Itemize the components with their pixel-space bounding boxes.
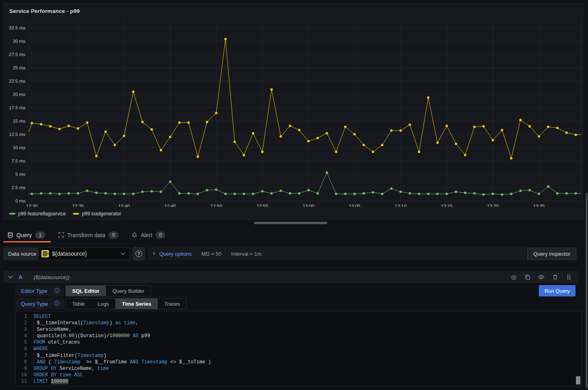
- datasource-row: Data source ${datasource} ? › Query opti…: [3, 247, 578, 260]
- datasource-value: ${datasource}: [52, 250, 117, 257]
- svg-text:13:05: 13:05: [349, 204, 361, 207]
- tab-query-count: 1: [35, 231, 45, 239]
- trash-icon[interactable]: [550, 272, 560, 282]
- code-line-8: 8 AND ( Timestamp >= $__fromTime AND Tim…: [16, 359, 581, 365]
- transform-icon: [58, 232, 64, 238]
- horizontal-scrollbar[interactable]: [254, 222, 327, 224]
- svg-text:20 ms: 20 ms: [13, 92, 26, 97]
- query-type-traces[interactable]: Traces: [158, 298, 186, 309]
- code-line-2: 2 $__timeInterval(Timestamp) as time,: [16, 320, 581, 326]
- svg-text:12:30: 12:30: [26, 204, 38, 207]
- query-row-actions: ◎: [509, 272, 573, 282]
- code-line-5: 5FROM otel_traces: [16, 339, 581, 346]
- eye-icon[interactable]: [536, 272, 546, 282]
- code-line-9: 9GROUP BY ServiceName, time: [16, 365, 581, 372]
- panel-title: Service Performance - p99: [9, 8, 80, 14]
- svg-text:32.5 ms: 32.5 ms: [9, 25, 25, 30]
- tab-query[interactable]: Query 1: [3, 228, 51, 242]
- info-icon[interactable]: ⓘ: [54, 300, 60, 307]
- svg-text:13:15: 13:15: [441, 204, 452, 207]
- tab-alert-count: 0: [156, 231, 166, 239]
- datasource-help-button[interactable]: ?: [133, 247, 145, 260]
- svg-text:13:10: 13:10: [395, 204, 407, 207]
- bell-icon: [131, 232, 138, 238]
- info-icon[interactable]: ⓘ: [54, 287, 60, 294]
- svg-text:25 ms: 25 ms: [13, 65, 26, 70]
- legend-label: p99 loadgenerator: [82, 211, 121, 217]
- tab-query-label: Query: [17, 232, 32, 238]
- collapse-chevron-icon[interactable]: [8, 275, 13, 279]
- chevron-down-icon: [121, 252, 125, 255]
- code-line-6: 6WHERE: [16, 346, 581, 352]
- clickhouse-logo-icon: [42, 250, 49, 257]
- svg-text:7.5 ms: 7.5 ms: [11, 159, 25, 163]
- timeseries-panel: Service Performance - p99 0 ms2.5 ms5 ms…: [3, 3, 583, 220]
- tab-transform-label: Transform data: [67, 232, 105, 238]
- svg-text:12.5 ms: 12.5 ms: [9, 132, 25, 137]
- editor-tabbar: Query 1 Transform data 0 Alert 0: [3, 228, 171, 242]
- sql-code-lines: 1SELECT2 $__timeInterval(Timestamp) as t…: [16, 313, 581, 385]
- query-type-row: Query Type ⓘ Table Logs Time Series Trac…: [15, 298, 578, 309]
- query-row-header[interactable]: A (${datasource}) ◎: [3, 271, 578, 283]
- chevron-right-icon[interactable]: ›: [153, 249, 155, 257]
- svg-text:13:25: 13:25: [533, 204, 545, 207]
- svg-text:2.5 ms: 2.5 ms: [11, 185, 25, 190]
- tab-alert-label: Alert: [141, 232, 152, 238]
- query-type-group: Table Logs Time Series Traces: [65, 298, 187, 309]
- target-icon[interactable]: ◎: [509, 272, 519, 282]
- svg-text:12:50: 12:50: [211, 204, 222, 207]
- duplicate-icon[interactable]: [523, 272, 532, 282]
- legend-item-featureflagservice[interactable]: p99 featureflagservice: [9, 211, 66, 217]
- editor-type-query-builder[interactable]: Query Builder: [106, 286, 151, 296]
- query-datasource-hint: (${datasource}): [33, 274, 69, 280]
- query-type-logs[interactable]: Logs: [91, 298, 115, 309]
- tab-transform-count: 0: [108, 231, 119, 239]
- svg-text:12:35: 12:35: [72, 204, 84, 207]
- query-options-md: MD = 50: [202, 251, 222, 257]
- legend-label: p99 featureflagservice: [18, 211, 66, 217]
- datasource-picker[interactable]: ${datasource}: [38, 247, 130, 260]
- query-type-time-series[interactable]: Time Series: [115, 298, 158, 309]
- query-ref-id: A: [19, 274, 22, 280]
- series-p99-featureflagservice: [29, 171, 581, 196]
- query-options-link[interactable]: Query options: [159, 251, 192, 257]
- svg-text:30 ms: 30 ms: [13, 39, 26, 44]
- tab-alert[interactable]: Alert 0: [127, 228, 171, 242]
- help-icon: ?: [136, 250, 142, 257]
- svg-text:12:55: 12:55: [256, 204, 268, 207]
- query-type-table[interactable]: Table: [66, 298, 91, 309]
- drag-handle-icon[interactable]: [564, 272, 573, 282]
- editor-type-sql-editor[interactable]: SQL Editor: [66, 286, 106, 296]
- editor-type-label: Editor Type: [21, 288, 48, 294]
- code-line-11: 11LIMIT 100000: [16, 378, 581, 385]
- query-options-bar: › Query options MD = 50 Interval = 1m: [148, 247, 526, 260]
- run-query-button[interactable]: Run Query: [539, 285, 575, 296]
- legend-swatch-yellow: [73, 213, 79, 215]
- code-line-3: 3 ServiceName,: [16, 326, 581, 333]
- series-p99-loadgenerator: [29, 38, 581, 160]
- code-editor-scrollbar[interactable]: [576, 376, 580, 384]
- editor-type-chip: Editor Type ⓘ: [15, 285, 64, 296]
- editor-type-row: Editor Type ⓘ SQL Editor Query Builder R…: [15, 285, 578, 296]
- tab-transform-data[interactable]: Transform data 0: [54, 228, 124, 242]
- svg-text:12:40: 12:40: [118, 204, 130, 207]
- code-line-4: 4 quantile(0.99)(Duration)/1000000 AS p9…: [16, 333, 581, 339]
- svg-text:10 ms: 10 ms: [13, 145, 26, 150]
- code-line-1: 1SELECT: [16, 313, 581, 320]
- timeseries-svg: 0 ms2.5 ms5 ms7.5 ms10 ms12.5 ms15 ms17.…: [4, 17, 583, 207]
- timeseries-chart: 0 ms2.5 ms5 ms7.5 ms10 ms12.5 ms15 ms17.…: [4, 17, 583, 207]
- query-options-interval: Interval = 1m: [231, 251, 262, 257]
- svg-text:13:20: 13:20: [487, 204, 499, 207]
- query-inspector-button[interactable]: Query inspector: [527, 248, 576, 260]
- svg-text:22.5 ms: 22.5 ms: [9, 79, 25, 83]
- sql-code-editor[interactable]: 1SELECT2 $__timeInterval(Timestamp) as t…: [15, 311, 582, 386]
- vertical-scrollbar[interactable]: [586, 193, 588, 388]
- query-editor-body: Editor Type ⓘ SQL Editor Query Builder R…: [3, 283, 578, 309]
- query-type-label: Query Type: [21, 301, 48, 307]
- query-editor-card: A (${datasource}) ◎: [3, 271, 578, 390]
- code-line-7: 7 $__timeFilter(Timestamp): [16, 352, 581, 359]
- legend-item-loadgenerator[interactable]: p99 loadgenerator: [73, 211, 121, 217]
- editor-type-group: SQL Editor Query Builder: [65, 285, 151, 296]
- svg-text:12:45: 12:45: [165, 204, 176, 207]
- svg-text:15 ms: 15 ms: [13, 119, 26, 123]
